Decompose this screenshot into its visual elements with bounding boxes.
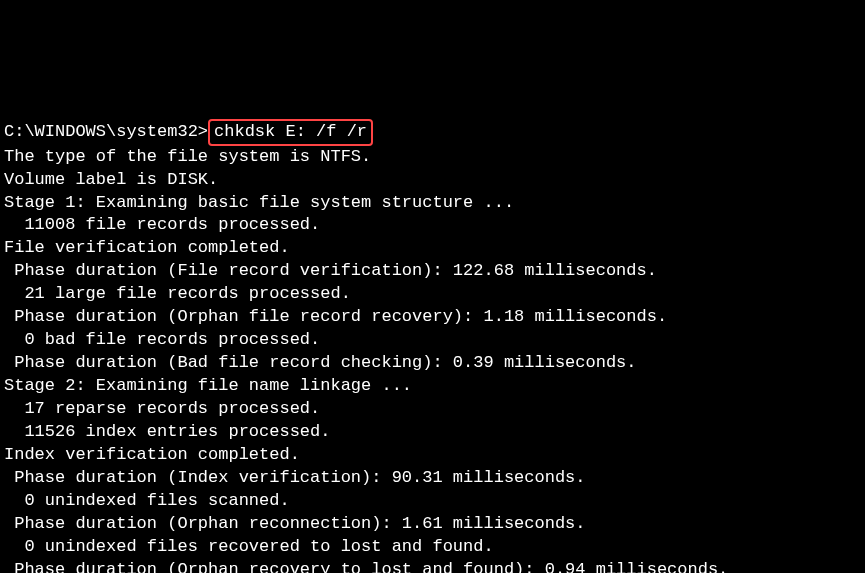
output-line: 0 unindexed files scanned. <box>4 490 861 513</box>
command-text: chkdsk E: /f /r <box>214 122 367 141</box>
output-line: 0 unindexed files recovered to lost and … <box>4 536 861 559</box>
output-line: Phase duration (File record verification… <box>4 260 861 283</box>
output-line: Index verification completed. <box>4 444 861 467</box>
output-line: Stage 1: Examining basic file system str… <box>4 192 861 215</box>
output-line: Phase duration (Bad file record checking… <box>4 352 861 375</box>
command-highlight: chkdsk E: /f /r <box>208 119 373 146</box>
output-line: 11526 index entries processed. <box>4 421 861 444</box>
output-line: 0 bad file records processed. <box>4 329 861 352</box>
output-line: Phase duration (Index verification): 90.… <box>4 467 861 490</box>
output-line: 17 reparse records processed. <box>4 398 861 421</box>
output-line: Phase duration (Orphan file record recov… <box>4 306 861 329</box>
output-line: Volume label is DISK. <box>4 169 861 192</box>
output-line: 21 large file records processed. <box>4 283 861 306</box>
output-line: File verification completed. <box>4 237 861 260</box>
output-line: The type of the file system is NTFS. <box>4 146 861 169</box>
output-line: Phase duration (Orphan recovery to lost … <box>4 559 861 574</box>
output-line: Phase duration (Orphan reconnection): 1.… <box>4 513 861 536</box>
prompt-path: C:\WINDOWS\system32> <box>4 122 208 141</box>
command-prompt-line: C:\WINDOWS\system32>chkdsk E: /f /r <box>4 119 861 146</box>
terminal-output: C:\WINDOWS\system32>chkdsk E: /f /rThe t… <box>4 96 861 573</box>
output-line: 11008 file records processed. <box>4 214 861 237</box>
output-line: Stage 2: Examining file name linkage ... <box>4 375 861 398</box>
